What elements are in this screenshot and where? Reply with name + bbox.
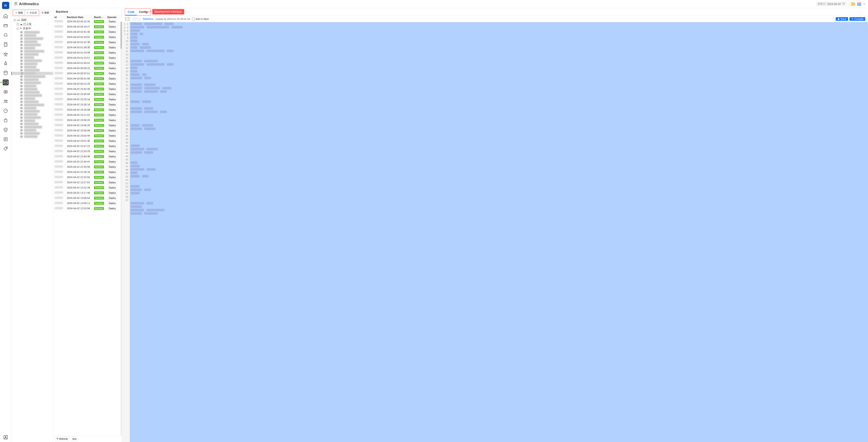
tree-item[interactable] xyxy=(11,119,53,122)
backtest-row[interactable]: 2024-04-02 23:01:35finishedDeploy xyxy=(53,138,122,143)
tree-item[interactable] xyxy=(11,97,53,100)
tree-item[interactable] xyxy=(11,113,53,116)
tree-item[interactable] xyxy=(11,126,53,129)
tree-item[interactable] xyxy=(11,91,53,94)
deploy-button[interactable]: Deploy xyxy=(107,72,117,75)
deploy-button[interactable]: Deploy xyxy=(107,20,117,23)
backtest-row[interactable]: 2024-04-03 02:41:46finishedDeploy xyxy=(53,29,122,35)
scrollbar[interactable] xyxy=(121,22,122,435)
backtest-row[interactable]: 2024-04-02 13:06:53finishedDeploy xyxy=(53,196,122,201)
tree-item[interactable] xyxy=(11,132,53,135)
deploy-button[interactable]: Deploy xyxy=(107,30,117,34)
deploy-button[interactable]: Deploy xyxy=(107,108,117,111)
nav-balance-icon[interactable] xyxy=(3,51,8,57)
backtest-row[interactable]: 2024-04-02 13:22:34finishedDeploy xyxy=(53,185,122,190)
backtest-row[interactable]: 2024-04-03 01:38:30finishedDeploy xyxy=(53,45,122,50)
backtest-row[interactable]: 2024-04-03 03:18:27finishedDeploy xyxy=(53,24,122,29)
backtest-row[interactable]: 2024-04-02 22:57:22finishedDeploy xyxy=(53,143,122,149)
backtest-row[interactable]: 2024-04-02 22:53:25finishedDeploy xyxy=(53,149,122,154)
tree-item[interactable] xyxy=(11,84,53,88)
tree-item[interactable] xyxy=(11,129,53,132)
tree-item[interactable] xyxy=(11,94,53,97)
tree-item[interactable] xyxy=(11,78,53,81)
deploy-button[interactable]: Deploy xyxy=(107,93,117,96)
deploy-button[interactable]: Deploy xyxy=(107,191,117,195)
tree-item[interactable] xyxy=(11,116,53,119)
backtest-row[interactable]: 2024-04-02 22:35:18finishedDeploy xyxy=(53,170,122,175)
tree-item[interactable] xyxy=(11,81,53,84)
deploy-button[interactable]: Deploy xyxy=(107,207,117,210)
backtest-row[interactable]: 2024-04-02 13:00:11finishedDeploy xyxy=(53,201,122,206)
nav-alert-icon[interactable] xyxy=(3,32,8,38)
deploy-button[interactable]: Deploy xyxy=(107,129,117,132)
tree-item[interactable] xyxy=(11,59,53,62)
deploy-button[interactable]: Deploy xyxy=(107,124,117,127)
deploy-button[interactable]: Deploy xyxy=(107,165,117,169)
tree-item[interactable] xyxy=(11,34,53,37)
deploy-button[interactable]: Deploy xyxy=(107,134,117,137)
tree-item[interactable] xyxy=(11,40,53,43)
save-button[interactable]: Save xyxy=(836,17,848,21)
tree-item[interactable] xyxy=(11,75,53,78)
deploy-button[interactable]: Deploy xyxy=(107,35,117,39)
deploy-button[interactable]: Deploy xyxy=(107,170,117,174)
add-to-main-checkbox[interactable]: Add to Main xyxy=(192,18,209,20)
deploy-button[interactable]: Deploy xyxy=(107,61,117,65)
tree-item[interactable] xyxy=(11,100,53,103)
deploy-button[interactable]: Deploy xyxy=(107,113,117,117)
tree-item[interactable] xyxy=(11,88,53,91)
deploy-button[interactable]: Deploy xyxy=(107,51,117,55)
deploy-button[interactable]: Deploy xyxy=(107,186,117,190)
deploy-button[interactable]: Deploy xyxy=(107,176,117,179)
statistics-link[interactable]: Statistics xyxy=(143,18,153,21)
backtest-row[interactable]: 2024-04-02 23:09:29finishedDeploy xyxy=(53,117,122,123)
nav-bag-icon[interactable] xyxy=(3,117,8,123)
backtest-row[interactable]: 2024-04-02 22:49:38finishedDeploy xyxy=(53,154,122,159)
tree-item[interactable] xyxy=(11,46,53,50)
deploy-button[interactable]: Deploy xyxy=(107,139,117,143)
deploy-button[interactable]: Deploy xyxy=(107,25,117,28)
deploy-button[interactable]: Deploy xyxy=(107,67,117,70)
deploy-button[interactable]: Deploy xyxy=(107,41,117,44)
tab-code[interactable]: Code xyxy=(125,9,137,15)
tree-root[interactable]: −</>指标 xyxy=(11,18,53,22)
tree-item[interactable] xyxy=(11,69,53,72)
backtest-row[interactable]: 2024-04-02 22:35:58finishedDeploy xyxy=(53,164,122,170)
tree-item[interactable] xyxy=(11,53,53,56)
theme-toggle[interactable] xyxy=(848,2,855,6)
deploy-button[interactable]: Deploy xyxy=(107,46,117,49)
tree-item[interactable] xyxy=(11,31,53,34)
backtest-row[interactable]: 2024-04-02 23:26:16finishedDeploy xyxy=(53,102,122,107)
compile-button[interactable]: Compile xyxy=(849,17,865,21)
tree-item[interactable] xyxy=(11,72,53,75)
nav-stamp-icon[interactable] xyxy=(3,61,8,66)
backtest-row[interactable]: 2024-04-03 01:29:08finishedDeploy xyxy=(53,50,122,55)
backtest-row[interactable]: 2024-04-02 12:53:58finishedDeploy xyxy=(53,206,122,211)
tree-developing[interactable]: −✎开发中 xyxy=(11,26,53,31)
tree-item[interactable] xyxy=(11,65,53,69)
add-indicator-button[interactable]: ＋指标 xyxy=(13,10,25,15)
deploy-button[interactable]: Deploy xyxy=(107,82,117,86)
backtest-row[interactable]: 2024-04-02 22:32:50finishedDeploy xyxy=(53,175,122,180)
backtest-row[interactable]: 2024-04-03 02:33:01finishedDeploy xyxy=(53,35,122,40)
backtest-row[interactable]: 2024-04-03 00:58:22finishedDeploy xyxy=(53,66,122,71)
backtest-row[interactable]: 2024-04-02 23:16:08finishedDeploy xyxy=(53,107,122,112)
tree-item[interactable] xyxy=(11,103,53,107)
code-text-area[interactable] xyxy=(130,22,868,442)
tree-item[interactable] xyxy=(11,50,53,53)
tree-item[interactable] xyxy=(11,62,53,65)
code-editor[interactable]: 1 2 3 4 5 6 7 8 9 10 11 12 13 14 15 16 1… xyxy=(122,22,868,442)
backtest-row[interactable]: 2024-04-02 23:11:01finishedDeploy xyxy=(53,112,122,117)
backtest-row[interactable]: 2024-04-03 01:10:57finishedDeploy xyxy=(53,55,122,61)
backtest-row[interactable]: 2024-04-02 23:35:58finishedDeploy xyxy=(53,92,122,97)
nav-profile-icon[interactable] xyxy=(3,434,8,440)
deploy-button[interactable]: Deploy xyxy=(107,155,117,158)
tree-item[interactable] xyxy=(11,43,53,46)
nav-money-icon[interactable] xyxy=(3,89,8,95)
nav-tag-icon[interactable] xyxy=(3,146,8,152)
deploy-button[interactable]: Deploy xyxy=(107,56,117,60)
backtest-row[interactable]: 2024-04-02 23:06:25finishedDeploy xyxy=(53,123,122,128)
deploy-button[interactable]: Deploy xyxy=(107,103,117,106)
observation-date[interactable]: 观察日 2024-04-02 xyxy=(816,2,847,6)
backtest-row[interactable]: 2024-04-03 01:52:38finishedDeploy xyxy=(53,40,122,45)
